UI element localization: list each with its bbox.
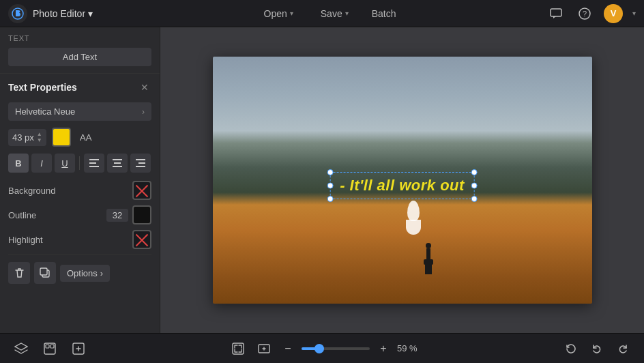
handle-top-right[interactable] (471, 169, 478, 175)
text-color-swatch[interactable] (52, 128, 71, 147)
options-label: Options (67, 268, 98, 278)
size-row: 43 px ▲ ▼ AA (8, 128, 151, 147)
open-label: Open (264, 8, 287, 19)
svg-rect-6 (89, 166, 99, 167)
underline-button[interactable]: U (55, 154, 75, 173)
font-size-value: 43 px (12, 132, 34, 143)
duplicate-text-button[interactable] (34, 262, 56, 284)
highlight-label: Highlight (8, 235, 43, 245)
canvas-background: - It'll all work out (213, 57, 592, 304)
font-size-spinners: ▲ ▼ (37, 132, 42, 143)
font-size-decrement[interactable]: ▼ (37, 138, 42, 143)
outline-row: Outline 32 (8, 205, 151, 224)
layers-icon-button[interactable] (11, 338, 31, 359)
svg-rect-1 (551, 9, 561, 16)
handle-middle-left[interactable] (327, 183, 333, 189)
undo-button[interactable] (587, 338, 607, 359)
bottom-right-buttons (561, 338, 633, 359)
italic-button[interactable]: I (31, 154, 52, 173)
font-size-increment[interactable]: ▲ (37, 132, 42, 137)
font-selector[interactable]: Helvetica Neue › (8, 102, 151, 121)
canvas-text-selection[interactable]: - It'll all work out (330, 172, 475, 199)
background-label: Background (8, 186, 55, 196)
zoom-controls: − + 59 % (228, 338, 422, 359)
zoom-out-button[interactable]: − (280, 340, 296, 357)
save-label: Save (321, 8, 342, 19)
text-props-header: Text Properties ✕ (8, 81, 151, 94)
options-chevron: › (100, 268, 103, 278)
handle-middle-right[interactable] (471, 183, 478, 189)
background-controls (132, 181, 151, 200)
svg-rect-8 (114, 162, 121, 164)
font-name-label: Helvetica Neue (15, 106, 75, 117)
options-button[interactable]: Options › (60, 265, 110, 282)
canvas-text[interactable]: - It'll all work out (340, 177, 465, 194)
refresh-icon-button[interactable] (561, 338, 581, 359)
open-menu[interactable]: Open ▾ (260, 5, 297, 22)
bottom-toolbar: − + 59 % (0, 333, 644, 363)
handle-top-left[interactable] (327, 169, 333, 175)
delete-text-button[interactable] (8, 262, 30, 284)
svg-rect-9 (113, 166, 122, 167)
svg-rect-4 (89, 159, 99, 160)
svg-text:?: ? (583, 10, 587, 18)
bold-button[interactable]: B (8, 154, 29, 173)
antialiasing-button[interactable]: AA (76, 128, 96, 147)
zoom-slider-thumb[interactable] (314, 344, 324, 353)
resize-icon-button[interactable] (254, 338, 274, 359)
redo-button[interactable] (613, 338, 633, 359)
chat-icon-button[interactable] (546, 4, 566, 23)
align-right-button[interactable] (130, 154, 151, 173)
canvas-image[interactable]: - It'll all work out (213, 57, 592, 304)
add-text-button[interactable]: Add Text (8, 48, 151, 66)
save-chevron: ▾ (345, 10, 349, 17)
handle-bottom-right[interactable] (471, 196, 478, 202)
outline-controls: 32 (106, 205, 151, 224)
save-menu[interactable]: Save ▾ (317, 5, 353, 22)
outline-value[interactable]: 32 (106, 209, 128, 222)
action-row: Options › (8, 255, 151, 284)
font-size-input[interactable]: 43 px ▲ ▼ (8, 129, 46, 146)
compare-icon-button[interactable] (40, 338, 60, 359)
svg-rect-7 (113, 159, 122, 160)
ghost-figure (406, 201, 421, 235)
person-figure (424, 243, 433, 274)
fit-view-button[interactable] (228, 338, 248, 359)
close-text-props-button[interactable]: ✕ (138, 81, 151, 94)
zoom-value: 59 % (397, 343, 422, 353)
app-name-chevron: ▾ (88, 8, 93, 19)
canvas-area: - It'll all work out (160, 27, 644, 333)
background-color-swatch[interactable] (132, 181, 151, 200)
batch-button[interactable]: Batch (372, 8, 396, 19)
zoom-in-button[interactable]: + (375, 340, 392, 357)
open-chevron: ▾ (290, 10, 293, 17)
highlight-controls (132, 230, 151, 249)
app-name-button[interactable]: Photo Editor ▾ (33, 8, 93, 19)
outline-color-swatch[interactable] (132, 205, 151, 224)
format-divider (79, 156, 80, 170)
align-left-button[interactable] (84, 154, 104, 173)
svg-rect-14 (40, 268, 47, 275)
highlight-color-swatch[interactable] (132, 230, 151, 249)
highlight-row: Highlight (8, 230, 151, 249)
text-layer-section: TEXT Add Text (0, 27, 160, 74)
user-avatar[interactable]: V (604, 4, 623, 23)
font-chevron-icon: › (142, 107, 145, 117)
svg-rect-5 (89, 162, 96, 164)
topbar-right: ? V ▾ (546, 4, 636, 23)
svg-rect-10 (136, 159, 145, 160)
export-icon-button[interactable] (68, 338, 89, 359)
avatar-chevron[interactable]: ▾ (632, 10, 636, 17)
zoom-slider[interactable] (302, 347, 370, 350)
format-row: B I U (8, 154, 151, 173)
help-icon-button[interactable]: ? (575, 4, 594, 23)
sidebar: TEXT Add Text Text Properties ✕ Helvetic… (0, 27, 160, 333)
handle-bottom-left[interactable] (327, 196, 333, 202)
svg-rect-16 (46, 345, 49, 348)
align-center-button[interactable] (107, 154, 128, 173)
app-logo (8, 4, 27, 23)
svg-rect-11 (138, 162, 145, 164)
svg-rect-12 (136, 166, 145, 167)
svg-rect-19 (233, 343, 244, 354)
svg-rect-17 (50, 345, 54, 348)
